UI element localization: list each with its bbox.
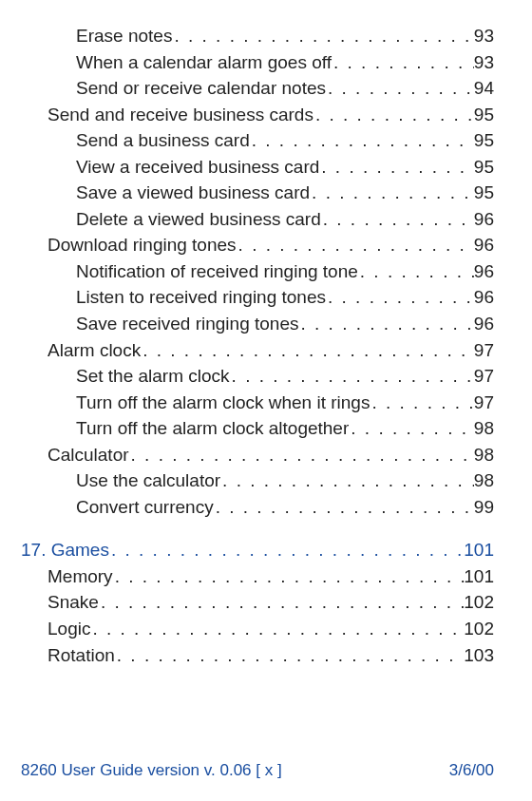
toc-entry: Listen to received ringing tones96	[21, 284, 494, 311]
toc-page-number: 95	[474, 102, 494, 128]
footer-left: 8260 User Guide version v. 0.06 [ x ]	[21, 761, 282, 780]
toc-entry: Logic102	[21, 616, 494, 642]
toc-label: Listen to received ringing tones	[76, 284, 326, 311]
toc-leader-dots	[321, 206, 474, 233]
toc-page-number: 97	[474, 390, 494, 416]
toc-entry: Erase notes93	[21, 23, 494, 49]
toc-leader-dots	[298, 311, 473, 337]
toc-entry: Send and receive business cards95	[21, 102, 494, 128]
toc-page-number: 96	[474, 232, 494, 258]
toc-page-number: 95	[474, 127, 494, 154]
toc-leader-dots	[129, 442, 474, 468]
toc-label: Download ringing tones	[48, 232, 237, 258]
toc-label: Set the alarm clock	[76, 363, 230, 390]
toc-label: Calculator	[48, 442, 129, 468]
toc-page-number: 97	[474, 363, 494, 390]
toc-entry: Notification of received ringing tone96	[21, 258, 494, 285]
toc-label: Memory	[48, 563, 113, 590]
toc-leader-dots	[214, 494, 474, 521]
toc-leader-dots	[172, 23, 473, 49]
toc-entry: Calculator98	[21, 442, 494, 468]
toc-leader-dots	[358, 258, 474, 285]
toc-entry: Turn off the alarm clock altogether98	[21, 415, 494, 442]
toc-leader-dots	[115, 642, 465, 669]
page-footer: 8260 User Guide version v. 0.06 [ x ] 3/…	[21, 761, 494, 780]
toc-entry: Send a business card95	[21, 127, 494, 154]
toc-page-number: 102	[464, 589, 494, 616]
toc-leader-dots	[310, 180, 474, 206]
toc-spacer	[21, 520, 494, 537]
toc-label: Rotation	[48, 642, 115, 669]
table-of-contents: Erase notes93When a calendar alarm goes …	[21, 23, 494, 668]
toc-page-number: 93	[474, 23, 494, 49]
toc-leader-dots	[113, 563, 465, 590]
toc-page-number: 103	[464, 642, 494, 669]
toc-page-number: 98	[474, 442, 494, 468]
toc-label: Notification of received ringing tone	[76, 258, 358, 285]
toc-page-number: 96	[474, 206, 494, 233]
toc-page-number: 94	[474, 75, 494, 102]
toc-leader-dots	[220, 467, 474, 494]
toc-label: Snake	[48, 589, 99, 616]
toc-page-number: 97	[474, 337, 494, 364]
toc-label: Turn off the alarm clock altogether	[76, 415, 349, 442]
toc-page-number: 98	[474, 415, 494, 442]
toc-page-number: 99	[474, 494, 494, 521]
toc-entry: 17. Games101	[21, 537, 494, 563]
footer-right: 3/6/00	[449, 761, 494, 780]
toc-entry: Alarm clock97	[21, 337, 494, 364]
toc-label: Alarm clock	[48, 337, 141, 364]
toc-label: Delete a viewed business card	[76, 206, 321, 233]
toc-label: Send or receive calendar notes	[76, 75, 326, 102]
toc-leader-dots	[370, 390, 473, 416]
toc-leader-dots	[237, 232, 474, 258]
toc-leader-dots	[99, 589, 464, 616]
toc-entry: Send or receive calendar notes94	[21, 75, 494, 102]
toc-entry: Set the alarm clock97	[21, 363, 494, 390]
document-page: Erase notes93When a calendar alarm goes …	[0, 0, 532, 801]
toc-leader-dots	[326, 284, 474, 311]
toc-leader-dots	[326, 75, 474, 102]
toc-entry: Turn off the alarm clock when it rings97	[21, 390, 494, 416]
toc-page-number: 96	[474, 284, 494, 311]
toc-entry: View a received business card95	[21, 154, 494, 181]
toc-page-number: 96	[474, 258, 494, 285]
toc-label: Use the calculator	[76, 467, 220, 494]
toc-label: View a received business card	[76, 154, 319, 181]
toc-page-number: 93	[474, 49, 494, 76]
toc-page-number: 102	[464, 616, 494, 642]
toc-page-number: 95	[474, 154, 494, 181]
toc-entry: Use the calculator98	[21, 467, 494, 494]
toc-leader-dots	[230, 363, 474, 390]
toc-leader-dots	[349, 415, 474, 442]
toc-entry: When a calendar alarm goes off93	[21, 49, 494, 76]
toc-page-number: 101	[464, 537, 494, 563]
toc-leader-dots	[319, 154, 474, 181]
toc-page-number: 95	[474, 180, 494, 206]
toc-entry: Download ringing tones96	[21, 232, 494, 258]
toc-entry: Delete a viewed business card96	[21, 206, 494, 233]
toc-label: Send and receive business cards	[48, 102, 314, 128]
toc-leader-dots	[332, 49, 474, 76]
toc-label: Save received ringing tones	[76, 311, 298, 337]
toc-leader-dots	[141, 337, 474, 364]
toc-leader-dots	[314, 102, 474, 128]
toc-label: Send a business card	[76, 127, 250, 154]
toc-label: Turn off the alarm clock when it rings	[76, 390, 370, 416]
toc-page-number: 96	[474, 311, 494, 337]
toc-entry: Snake102	[21, 589, 494, 616]
toc-label: 17. Games	[21, 537, 109, 563]
toc-entry: Convert currency99	[21, 494, 494, 521]
toc-label: Logic	[48, 616, 90, 642]
toc-leader-dots	[109, 537, 464, 563]
toc-label: Save a viewed business card	[76, 180, 310, 206]
toc-page-number: 101	[464, 563, 494, 590]
toc-leader-dots	[250, 127, 474, 154]
toc-entry: Save a viewed business card95	[21, 180, 494, 206]
toc-entry: Rotation103	[21, 642, 494, 669]
toc-entry: Save received ringing tones96	[21, 311, 494, 337]
toc-label: When a calendar alarm goes off	[76, 49, 332, 76]
toc-label: Erase notes	[76, 23, 172, 49]
toc-page-number: 98	[474, 467, 494, 494]
toc-label: Convert currency	[76, 494, 214, 521]
